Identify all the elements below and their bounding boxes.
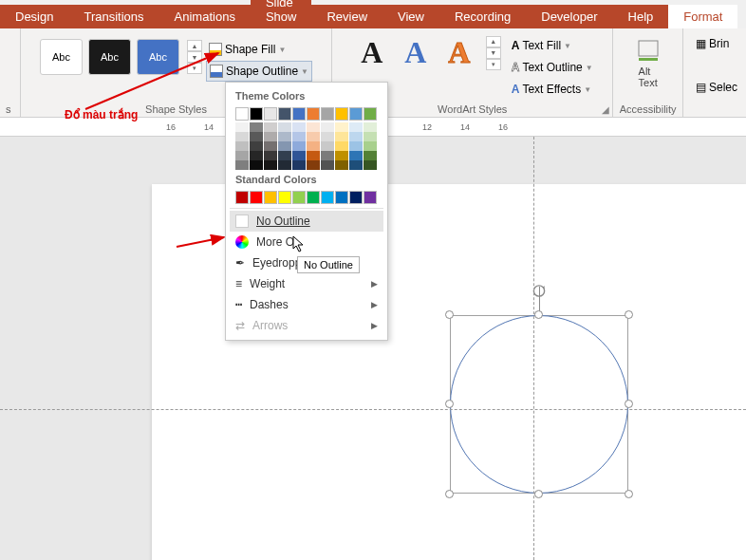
color-swatch[interactable] xyxy=(235,132,249,141)
text-fill-button[interactable]: AText Fill▼ xyxy=(509,35,596,56)
selection-pane-button[interactable]: ▤Selec xyxy=(693,77,740,98)
resize-handle-bl[interactable] xyxy=(445,490,454,498)
color-swatch[interactable] xyxy=(349,107,363,121)
no-outline-item[interactable]: No Outline xyxy=(230,211,383,232)
color-swatch[interactable] xyxy=(321,132,334,141)
color-swatch[interactable] xyxy=(364,141,377,151)
color-swatch[interactable] xyxy=(264,191,277,204)
style-thumb-3[interactable]: Abc xyxy=(137,39,179,75)
resize-handle-t[interactable] xyxy=(534,310,543,319)
color-swatch[interactable] xyxy=(349,151,363,160)
color-swatch[interactable] xyxy=(335,141,348,151)
color-swatch[interactable] xyxy=(321,122,334,132)
gallery-more-icon[interactable]: ▾ xyxy=(486,59,501,70)
color-swatch[interactable] xyxy=(307,132,320,141)
color-swatch[interactable] xyxy=(364,132,377,141)
tab-transitions[interactable]: Transitions xyxy=(68,5,159,28)
selected-shape[interactable] xyxy=(450,315,628,494)
color-swatch[interactable] xyxy=(335,107,348,121)
color-swatch[interactable] xyxy=(250,160,263,170)
color-swatch[interactable] xyxy=(335,132,348,141)
resize-handle-r[interactable] xyxy=(625,400,633,408)
color-swatch[interactable] xyxy=(349,191,363,204)
color-swatch[interactable] xyxy=(235,191,249,204)
resize-handle-l[interactable] xyxy=(445,400,454,408)
color-swatch[interactable] xyxy=(235,151,249,160)
bring-forward-button[interactable]: ▦Brin xyxy=(693,33,740,54)
color-swatch[interactable] xyxy=(321,191,334,204)
color-swatch[interactable] xyxy=(278,122,291,132)
dialog-launcher-icon[interactable]: ◢ xyxy=(602,104,609,115)
color-swatch[interactable] xyxy=(349,122,363,132)
more-outline-colors-item[interactable]: More O xyxy=(230,232,383,252)
color-swatch[interactable] xyxy=(307,122,320,132)
tab-slideshow[interactable]: Slide Show xyxy=(251,0,312,28)
color-swatch[interactable] xyxy=(335,122,348,132)
color-swatch[interactable] xyxy=(307,141,320,151)
style-thumb-1[interactable]: Abc xyxy=(40,39,83,75)
tab-format[interactable]: Format xyxy=(668,5,737,28)
wordart-gallery[interactable]: A A A ▲ ▼ ▾ xyxy=(349,35,505,70)
dashes-item[interactable]: ┅ Dashes ▶ xyxy=(230,294,383,315)
tab-help[interactable]: Help xyxy=(613,5,669,28)
color-swatch[interactable] xyxy=(250,141,263,151)
resize-handle-b[interactable] xyxy=(534,490,543,498)
tab-view[interactable]: View xyxy=(382,5,439,28)
color-swatch[interactable] xyxy=(278,107,291,121)
color-swatch[interactable] xyxy=(307,151,320,160)
color-swatch[interactable] xyxy=(364,151,377,160)
color-swatch[interactable] xyxy=(364,107,377,121)
color-swatch[interactable] xyxy=(321,151,334,160)
tab-recording[interactable]: Recording xyxy=(439,5,526,28)
color-swatch[interactable] xyxy=(278,160,291,170)
tab-review[interactable]: Review xyxy=(311,5,382,28)
color-swatch[interactable] xyxy=(278,151,291,160)
color-swatch[interactable] xyxy=(364,122,377,132)
color-swatch[interactable] xyxy=(278,191,291,204)
color-swatch[interactable] xyxy=(292,160,306,170)
color-swatch[interactable] xyxy=(364,160,377,170)
color-swatch[interactable] xyxy=(335,151,348,160)
color-swatch[interactable] xyxy=(250,122,263,132)
color-swatch[interactable] xyxy=(292,191,306,204)
color-swatch[interactable] xyxy=(264,151,277,160)
style-thumb-2[interactable]: Abc xyxy=(88,39,131,75)
color-swatch[interactable] xyxy=(264,141,277,151)
color-swatch[interactable] xyxy=(250,151,263,160)
color-swatch[interactable] xyxy=(235,122,249,132)
color-swatch[interactable] xyxy=(292,151,306,160)
gallery-down-icon[interactable]: ▼ xyxy=(187,51,202,63)
wordart-thumb-3[interactable]: A xyxy=(440,35,478,70)
tell-me[interactable]: 💡 Te xyxy=(737,5,746,28)
text-effects-button[interactable]: AText Effects▼ xyxy=(509,79,596,100)
tab-animations[interactable]: Animations xyxy=(159,5,251,28)
resize-handle-tl[interactable] xyxy=(445,310,454,319)
color-swatch[interactable] xyxy=(349,132,363,141)
gallery-more-icon[interactable]: ▾ xyxy=(187,63,202,74)
color-swatch[interactable] xyxy=(264,160,277,170)
color-swatch[interactable] xyxy=(264,107,277,121)
shape-fill-button[interactable]: Shape Fill ▼ xyxy=(206,39,312,60)
wordart-thumb-1[interactable]: A xyxy=(353,35,391,70)
resize-handle-br[interactable] xyxy=(625,490,633,498)
color-swatch[interactable] xyxy=(278,141,291,151)
color-swatch[interactable] xyxy=(321,160,334,170)
color-swatch[interactable] xyxy=(335,191,348,204)
color-swatch[interactable] xyxy=(349,160,363,170)
wordart-thumb-2[interactable]: A xyxy=(397,35,435,70)
circle-shape[interactable] xyxy=(450,315,628,494)
color-swatch[interactable] xyxy=(307,191,320,204)
color-swatch[interactable] xyxy=(235,107,249,121)
color-swatch[interactable] xyxy=(264,132,277,141)
color-swatch[interactable] xyxy=(321,141,334,151)
color-swatch[interactable] xyxy=(250,191,263,204)
shape-style-gallery[interactable]: Abc Abc Abc ▲ ▼ ▾ xyxy=(40,39,202,75)
color-swatch[interactable] xyxy=(321,107,334,121)
color-swatch[interactable] xyxy=(264,122,277,132)
color-swatch[interactable] xyxy=(349,141,363,151)
text-outline-button[interactable]: AText Outline▼ xyxy=(509,57,596,78)
weight-item[interactable]: ≡ Weight ▶ xyxy=(230,273,383,294)
color-swatch[interactable] xyxy=(250,107,263,121)
gallery-down-icon[interactable]: ▼ xyxy=(486,47,501,59)
color-swatch[interactable] xyxy=(292,122,306,132)
